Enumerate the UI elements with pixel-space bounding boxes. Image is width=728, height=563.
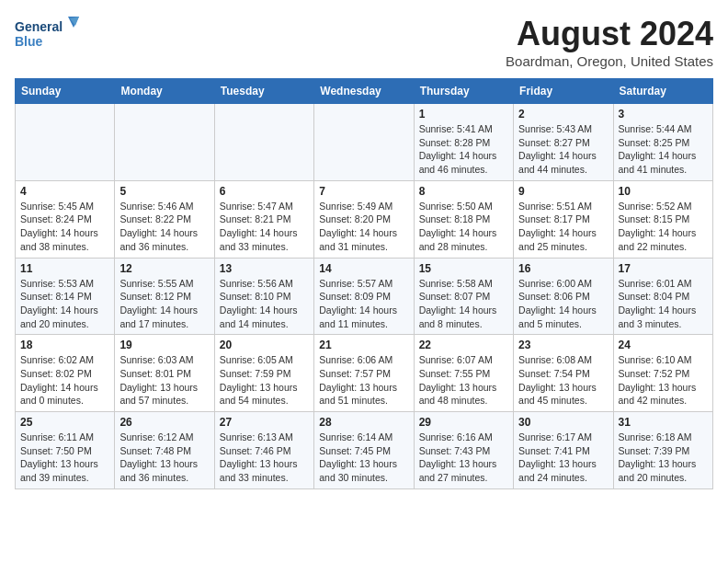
calendar-cell: 10Sunrise: 5:52 AM Sunset: 8:15 PM Dayli… <box>613 180 712 258</box>
day-number: 8 <box>419 185 508 198</box>
day-number: 18 <box>20 339 109 351</box>
day-info: Sunrise: 6:18 AM Sunset: 7:39 PM Dayligh… <box>619 431 697 483</box>
svg-text:Blue: Blue <box>15 34 43 49</box>
calendar-cell <box>16 104 115 181</box>
calendar-cell: 21Sunrise: 6:06 AM Sunset: 7:57 PM Dayli… <box>314 335 414 412</box>
day-number: 5 <box>119 185 209 198</box>
header: General Blue August 2024 Boardman, Orego… <box>15 15 713 69</box>
day-info: Sunrise: 6:02 AM Sunset: 8:02 PM Dayligh… <box>20 354 98 406</box>
day-info: Sunrise: 6:08 AM Sunset: 7:54 PM Dayligh… <box>518 354 597 406</box>
day-number: 13 <box>220 262 309 275</box>
calendar-cell: 2Sunrise: 5:43 AM Sunset: 8:27 PM Daylig… <box>514 104 613 181</box>
calendar-cell: 17Sunrise: 6:01 AM Sunset: 8:04 PM Dayli… <box>613 258 712 335</box>
day-info: Sunrise: 6:07 AM Sunset: 7:55 PM Dayligh… <box>419 354 497 406</box>
day-header-sunday: Sunday <box>16 79 115 104</box>
calendar-cell: 13Sunrise: 5:56 AM Sunset: 8:10 PM Dayli… <box>214 258 313 335</box>
logo: General Blue <box>15 15 79 55</box>
day-number: 28 <box>319 416 408 429</box>
calendar-cell: 22Sunrise: 6:07 AM Sunset: 7:55 PM Dayli… <box>414 335 513 412</box>
calendar-cell: 30Sunrise: 6:17 AM Sunset: 7:41 PM Dayli… <box>514 412 613 489</box>
calendar-cell: 23Sunrise: 6:08 AM Sunset: 7:54 PM Dayli… <box>514 335 613 412</box>
calendar-cell: 11Sunrise: 5:53 AM Sunset: 8:14 PM Dayli… <box>16 258 115 335</box>
calendar-cell: 19Sunrise: 6:03 AM Sunset: 8:01 PM Dayli… <box>115 335 214 412</box>
day-info: Sunrise: 6:01 AM Sunset: 8:04 PM Dayligh… <box>619 278 697 329</box>
day-number: 11 <box>20 262 109 275</box>
svg-text:General: General <box>15 19 63 34</box>
day-info: Sunrise: 6:12 AM Sunset: 7:48 PM Dayligh… <box>119 431 198 483</box>
day-number: 21 <box>319 339 408 351</box>
calendar-cell: 5Sunrise: 5:46 AM Sunset: 8:22 PM Daylig… <box>115 180 214 258</box>
day-number: 24 <box>619 339 708 351</box>
day-info: Sunrise: 5:44 AM Sunset: 8:25 PM Dayligh… <box>619 123 697 175</box>
calendar-week-3: 11Sunrise: 5:53 AM Sunset: 8:14 PM Dayli… <box>16 258 713 335</box>
day-number: 10 <box>619 185 708 198</box>
day-number: 4 <box>20 185 109 198</box>
calendar-cell <box>314 104 414 181</box>
day-info: Sunrise: 6:06 AM Sunset: 7:57 PM Dayligh… <box>319 354 397 406</box>
day-header-thursday: Thursday <box>414 79 513 104</box>
calendar-cell: 20Sunrise: 6:05 AM Sunset: 7:59 PM Dayli… <box>214 335 313 412</box>
day-number: 14 <box>319 262 408 275</box>
day-info: Sunrise: 5:51 AM Sunset: 8:17 PM Dayligh… <box>518 201 597 252</box>
calendar-cell: 12Sunrise: 5:55 AM Sunset: 8:12 PM Dayli… <box>115 258 214 335</box>
day-number: 19 <box>119 339 209 351</box>
calendar-cell: 25Sunrise: 6:11 AM Sunset: 7:50 PM Dayli… <box>16 412 115 489</box>
calendar-cell: 14Sunrise: 5:57 AM Sunset: 8:09 PM Dayli… <box>314 258 414 335</box>
day-info: Sunrise: 5:57 AM Sunset: 8:09 PM Dayligh… <box>319 278 397 329</box>
calendar-cell: 31Sunrise: 6:18 AM Sunset: 7:39 PM Dayli… <box>613 412 712 489</box>
day-info: Sunrise: 6:03 AM Sunset: 8:01 PM Dayligh… <box>119 354 198 406</box>
calendar-body: 1Sunrise: 5:41 AM Sunset: 8:28 PM Daylig… <box>16 104 713 489</box>
day-number: 31 <box>619 416 708 429</box>
calendar-cell: 16Sunrise: 6:00 AM Sunset: 8:06 PM Dayli… <box>514 258 613 335</box>
calendar-cell: 28Sunrise: 6:14 AM Sunset: 7:45 PM Dayli… <box>314 412 414 489</box>
day-info: Sunrise: 5:52 AM Sunset: 8:15 PM Dayligh… <box>619 201 697 252</box>
day-info: Sunrise: 5:55 AM Sunset: 8:12 PM Dayligh… <box>119 278 198 329</box>
day-number: 29 <box>419 416 508 429</box>
calendar-table: SundayMondayTuesdayWednesdayThursdayFrid… <box>15 78 713 489</box>
day-number: 22 <box>419 339 508 351</box>
day-number: 16 <box>518 262 608 275</box>
calendar-cell: 6Sunrise: 5:47 AM Sunset: 8:21 PM Daylig… <box>214 180 313 258</box>
day-info: Sunrise: 6:10 AM Sunset: 7:52 PM Dayligh… <box>619 354 697 406</box>
day-info: Sunrise: 5:58 AM Sunset: 8:07 PM Dayligh… <box>419 278 497 329</box>
day-number: 26 <box>119 416 209 429</box>
day-number: 1 <box>419 108 508 121</box>
day-info: Sunrise: 6:13 AM Sunset: 7:46 PM Dayligh… <box>220 431 298 483</box>
calendar-cell: 24Sunrise: 6:10 AM Sunset: 7:52 PM Dayli… <box>613 335 712 412</box>
day-header-wednesday: Wednesday <box>314 79 414 104</box>
day-info: Sunrise: 6:14 AM Sunset: 7:45 PM Dayligh… <box>319 431 397 483</box>
day-info: Sunrise: 6:05 AM Sunset: 7:59 PM Dayligh… <box>220 354 298 406</box>
calendar-cell: 27Sunrise: 6:13 AM Sunset: 7:46 PM Dayli… <box>214 412 313 489</box>
day-info: Sunrise: 5:43 AM Sunset: 8:27 PM Dayligh… <box>518 123 597 175</box>
day-number: 17 <box>619 262 708 275</box>
title-area: August 2024 Boardman, Oregon, United Sta… <box>506 15 713 69</box>
day-number: 30 <box>518 416 608 429</box>
logo-svg: General Blue <box>15 15 79 55</box>
day-info: Sunrise: 5:41 AM Sunset: 8:28 PM Dayligh… <box>419 123 497 175</box>
day-header-tuesday: Tuesday <box>214 79 313 104</box>
calendar-cell: 26Sunrise: 6:12 AM Sunset: 7:48 PM Dayli… <box>115 412 214 489</box>
calendar-week-1: 1Sunrise: 5:41 AM Sunset: 8:28 PM Daylig… <box>16 104 713 181</box>
day-header-saturday: Saturday <box>613 79 712 104</box>
day-header-friday: Friday <box>514 79 613 104</box>
day-number: 6 <box>220 185 309 198</box>
day-number: 20 <box>220 339 309 351</box>
calendar-cell <box>115 104 214 181</box>
calendar-week-2: 4Sunrise: 5:45 AM Sunset: 8:24 PM Daylig… <box>16 180 713 258</box>
day-number: 23 <box>518 339 608 351</box>
day-number: 9 <box>518 185 608 198</box>
calendar-cell <box>214 104 313 181</box>
day-info: Sunrise: 5:50 AM Sunset: 8:18 PM Dayligh… <box>419 201 497 252</box>
day-info: Sunrise: 6:16 AM Sunset: 7:43 PM Dayligh… <box>419 431 497 483</box>
day-info: Sunrise: 6:17 AM Sunset: 7:41 PM Dayligh… <box>518 431 597 483</box>
day-info: Sunrise: 6:00 AM Sunset: 8:06 PM Dayligh… <box>518 278 597 329</box>
day-number: 15 <box>419 262 508 275</box>
day-header-monday: Monday <box>115 79 214 104</box>
day-info: Sunrise: 5:46 AM Sunset: 8:22 PM Dayligh… <box>119 201 198 252</box>
day-info: Sunrise: 6:11 AM Sunset: 7:50 PM Dayligh… <box>20 431 98 483</box>
day-number: 27 <box>220 416 309 429</box>
day-info: Sunrise: 5:53 AM Sunset: 8:14 PM Dayligh… <box>20 278 98 329</box>
day-number: 2 <box>518 108 608 121</box>
calendar-cell: 1Sunrise: 5:41 AM Sunset: 8:28 PM Daylig… <box>414 104 513 181</box>
day-number: 7 <box>319 185 408 198</box>
